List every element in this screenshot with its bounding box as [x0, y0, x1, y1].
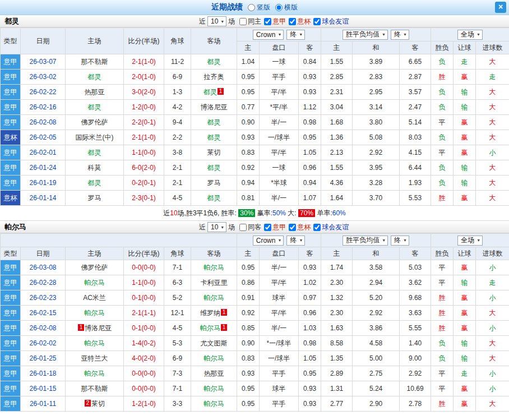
match-league: 意甲	[1, 366, 21, 381]
home-team: 佛罗伦萨	[66, 260, 124, 275]
corner-score: 4-5	[164, 321, 191, 336]
avg-away-odds: 2.92	[400, 366, 431, 381]
team-label: 都灵	[88, 73, 101, 81]
scope-select[interactable]: 全场▼	[457, 236, 483, 246]
team-label: 都灵	[88, 103, 101, 111]
avg-type-select[interactable]: 胜平负均值▼	[343, 30, 388, 40]
rank-badge: 1	[221, 309, 227, 316]
filter-option[interactable]: 意甲	[264, 223, 286, 232]
asia-handicap: 平/半	[260, 275, 299, 290]
match-league: 意甲	[1, 336, 21, 351]
avg-final-select[interactable]: 终▼	[391, 30, 409, 40]
filter-option[interactable]: 同客	[239, 223, 261, 232]
result-cell: 平	[431, 145, 454, 160]
team-label: 帕尔马	[85, 279, 105, 287]
filter-checkbox[interactable]	[289, 224, 296, 231]
away-team: 热那亚	[191, 366, 237, 381]
corner-score: 7-1	[164, 381, 191, 396]
goals-result-cell: 小	[476, 145, 509, 160]
avg-type-select[interactable]: 胜平负均值▼	[343, 236, 388, 246]
titlebar: 近期战绩 竖版 横版 ×	[0, 0, 509, 15]
team-label: 亚特兰大	[81, 354, 108, 362]
result-cell: 胜	[431, 306, 454, 321]
team-label: 帕尔马	[85, 370, 105, 377]
horizontal-layout-radio[interactable]	[275, 4, 283, 11]
asia-handicap: 平/半	[260, 85, 299, 100]
match-date: 26-02-28	[21, 275, 66, 290]
scope-select-value: 全场	[461, 30, 474, 39]
filter-option[interactable]: 球会友谊	[313, 17, 349, 26]
asia-home-odds: 0.95	[237, 396, 260, 412]
result-cell: 负	[431, 100, 454, 115]
team-label: 热那亚	[204, 370, 224, 377]
filter-option[interactable]: 球会友谊	[313, 223, 349, 232]
avg-final-select[interactable]: 终▼	[391, 236, 409, 246]
home-team: 热那亚	[66, 85, 124, 100]
filter-checkbox[interactable]	[289, 18, 296, 25]
team-label: 博洛尼亚	[85, 324, 112, 332]
odds-final-select[interactable]: 终▼	[286, 30, 305, 40]
handicap-result-cell: 赢	[454, 115, 476, 130]
handicap-result-cell: 赢	[454, 191, 476, 206]
asia-handicap: 半/一	[260, 191, 299, 206]
match-row: 意甲26-01-18帕尔马0-0(0-0)7-3热那亚0.93平手0.952.8…	[1, 366, 509, 381]
filter-checkbox[interactable]	[239, 224, 247, 231]
match-date: 26-01-11	[21, 396, 66, 412]
filter-option[interactable]: 意杯	[289, 17, 311, 26]
vertical-layout-radio[interactable]	[248, 4, 255, 11]
caret-down-icon: ▼	[476, 238, 480, 242]
filter-option[interactable]: 意杯	[289, 223, 311, 232]
team-label: 莱切	[207, 149, 221, 156]
odds-company-select[interactable]: Crown▼	[253, 236, 284, 246]
close-icon[interactable]: ×	[495, 2, 506, 13]
avg-away-odds: 9.68	[400, 290, 431, 306]
filter-label: 同主	[248, 17, 261, 26]
goals-result-cell: 小	[476, 381, 509, 396]
filter-checkbox[interactable]	[264, 224, 271, 231]
layout-option-horizontal[interactable]: 横版	[275, 3, 298, 12]
odds-final-select[interactable]: 终▼	[286, 236, 305, 246]
avg-home-odds: 2.85	[321, 70, 353, 85]
caret-down-icon: ▼	[382, 33, 386, 36]
vertical-layout-label: 竖版	[257, 3, 270, 12]
asia-home-odds: 0.77	[237, 100, 260, 115]
games-count-select[interactable]: 10▼	[207, 222, 226, 232]
result-cell: 负	[431, 336, 454, 351]
asia-away-odds: 1.05	[299, 145, 321, 160]
avg-home-odds: 1.68	[321, 115, 353, 130]
asia-handicap: 一球	[260, 160, 299, 176]
filter-controls: 近10▼场同主意甲意杯球会友谊	[197, 15, 349, 27]
handicap-result-cell: 赢	[454, 290, 476, 306]
filter-option[interactable]: 意甲	[264, 17, 286, 26]
home-team: 都灵	[66, 100, 124, 115]
avg-draw-odds: 2.94	[353, 275, 400, 290]
filter-checkbox[interactable]	[313, 224, 321, 231]
goals-result-cell: 大	[476, 54, 509, 70]
filter-option[interactable]: 同主	[239, 17, 261, 26]
filter-checkbox[interactable]	[313, 18, 321, 25]
team-label: 都灵	[207, 164, 221, 172]
scope-select[interactable]: 全场▼	[457, 30, 483, 40]
layout-option-vertical[interactable]: 竖版	[248, 3, 270, 12]
match-row: 意甲26-02-23AC米兰0-1(0-0)5-2帕尔马0.91球半0.971.…	[1, 290, 509, 306]
team-label: 都灵	[207, 133, 221, 141]
odds-company-select[interactable]: Crown▼	[253, 30, 284, 40]
filter-checkbox[interactable]	[264, 18, 271, 25]
header-row-top: 类型日期主场比分(半场)角球客场Crown▼终▼胜平负均值▼终▼全场▼	[1, 28, 509, 41]
filter-checkbox[interactable]	[239, 18, 247, 25]
corner-score: 1-3	[164, 85, 191, 100]
result-cell: 胜	[431, 321, 454, 336]
avg-draw-odds: 3.70	[353, 191, 400, 206]
handicap-result-cell: 赢	[454, 145, 476, 160]
games-count-select[interactable]: 10▼	[207, 16, 226, 26]
match-league: 意杯	[1, 191, 21, 206]
corner-score: 6-3	[164, 275, 191, 290]
caret-down-icon: ▼	[403, 238, 407, 242]
asia-away-odds: 1.07	[299, 191, 321, 206]
goals-result-cell: 小	[476, 366, 509, 381]
asia-handicap: *半球	[260, 176, 299, 191]
match-row: 意甲26-02-28帕尔马1-1(0-0)6-3卡利亚里0.86平/半1.022…	[1, 275, 509, 290]
result-cell: 负	[431, 160, 454, 176]
avg-draw-odds: 3.95	[353, 160, 400, 176]
avg-away-odds: 5.03	[400, 260, 431, 275]
